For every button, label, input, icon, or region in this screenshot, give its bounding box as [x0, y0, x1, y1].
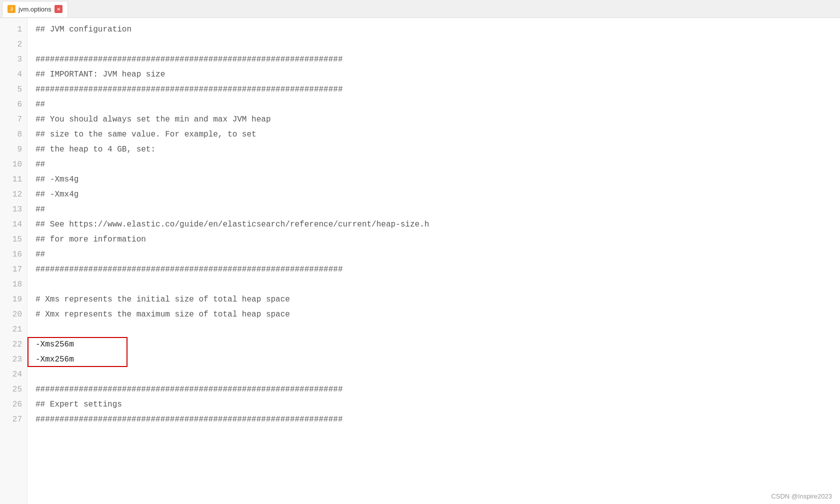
code-line: ## -Xms4g — [36, 172, 840, 187]
line-number: 21 — [0, 322, 27, 337]
line-number: 20 — [0, 307, 27, 322]
line-number: 16 — [0, 247, 27, 262]
code-line: ## You should always set the min and max… — [36, 112, 840, 127]
code-line: ## See https://www.elastic.co/guide/en/e… — [36, 217, 840, 232]
code-line: ########################################… — [36, 412, 840, 427]
file-type-icon: J — [8, 5, 16, 13]
code-line: ## — [36, 157, 840, 172]
editor-content: 1234567891011121314151617181920212223242… — [0, 18, 840, 504]
code-line: ## size to the same value. For example, … — [36, 127, 840, 142]
line-number: 15 — [0, 232, 27, 247]
line-number: 14 — [0, 217, 27, 232]
line-number: 25 — [0, 382, 27, 397]
code-line: ## the heap to 4 GB, set: — [36, 142, 840, 157]
code-line: ## for more information — [36, 232, 840, 247]
line-number: 5 — [0, 82, 27, 97]
line-number: 6 — [0, 97, 27, 112]
watermark: CSDN @Inspire2023 — [771, 492, 832, 500]
code-area: 1234567891011121314151617181920212223242… — [0, 18, 840, 504]
line-number: 4 — [0, 67, 27, 82]
file-tab[interactable]: J jvm.options ✕ — [2, 1, 68, 17]
code-line — [36, 367, 840, 382]
line-number: 7 — [0, 112, 27, 127]
line-number: 11 — [0, 172, 27, 187]
line-number: 2 — [0, 37, 27, 52]
line-number: 9 — [0, 142, 27, 157]
code-line: # Xms represents the initial size of tot… — [36, 292, 840, 307]
line-number: 18 — [0, 277, 27, 292]
code-line: -Xms256m — [36, 337, 840, 352]
code-line: ## -Xmx4g — [36, 187, 840, 202]
code-line — [36, 322, 840, 337]
tab-title: jvm.options — [18, 6, 52, 13]
code-line: ## IMPORTANT: JVM heap size — [36, 67, 840, 82]
line-number: 27 — [0, 412, 27, 427]
line-number: 1 — [0, 22, 27, 37]
line-number: 12 — [0, 187, 27, 202]
code-line: ## — [36, 247, 840, 262]
tab-bar: J jvm.options ✕ — [0, 0, 840, 18]
code-line: ########################################… — [36, 262, 840, 277]
code-line — [36, 37, 840, 52]
tab-close-button[interactable]: ✕ — [54, 5, 62, 13]
line-number: 10 — [0, 157, 27, 172]
line-number: 23 — [0, 352, 27, 367]
editor-window: J jvm.options ✕ 123456789101112131415161… — [0, 0, 840, 504]
line-number: 22 — [0, 337, 27, 352]
code-line: ## — [36, 202, 840, 217]
line-number: 8 — [0, 127, 27, 142]
code-lines[interactable]: ## JVM configuration####################… — [28, 18, 840, 504]
line-number: 24 — [0, 367, 27, 382]
line-numbers: 1234567891011121314151617181920212223242… — [0, 18, 28, 504]
code-line: ########################################… — [36, 382, 840, 397]
code-line: ## Expert settings — [36, 397, 840, 412]
line-number: 3 — [0, 52, 27, 67]
line-number: 17 — [0, 262, 27, 277]
line-number: 19 — [0, 292, 27, 307]
line-number: 26 — [0, 397, 27, 412]
line-number: 13 — [0, 202, 27, 217]
code-line: # Xmx represents the maximum size of tot… — [36, 307, 840, 322]
code-line: ########################################… — [36, 82, 840, 97]
code-line: -Xmx256m — [36, 352, 840, 367]
code-line: ## JVM configuration — [36, 22, 840, 37]
code-line: ## — [36, 97, 840, 112]
code-line — [36, 277, 840, 292]
code-line: ########################################… — [36, 52, 840, 67]
